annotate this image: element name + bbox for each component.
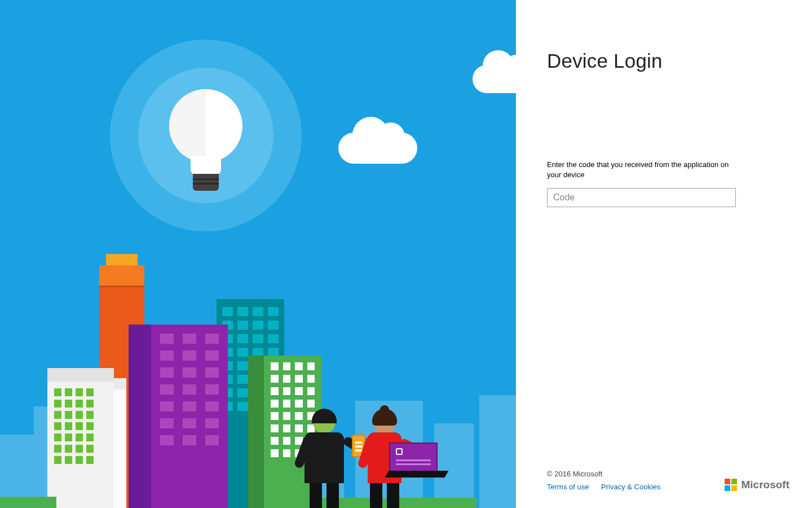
person-with-laptop-icon [356,411,413,508]
footer: © 2016 Microsoft Terms of use Privacy & … [547,470,789,491]
instruction-text: Enter the code that you received from th… [547,160,739,180]
page-title: Device Login [547,50,781,72]
copyright-text: © 2016 Microsoft [547,470,671,478]
building-icon [129,325,228,508]
cloud-icon [338,133,417,164]
building-icon [47,368,114,508]
code-input[interactable] [547,188,736,207]
login-panel: Device Login Enter the code that you rec… [516,0,812,508]
laptop-icon [389,443,438,473]
hero-illustration [0,0,516,508]
microsoft-logo-icon [725,479,737,491]
lightbulb-icon [169,89,242,196]
person-with-phone-icon [293,411,355,508]
microsoft-logo-text: Microsoft [742,479,790,491]
terms-link[interactable]: Terms of use [547,483,589,491]
page-root: Device Login Enter the code that you rec… [0,0,812,508]
cloud-icon [473,65,516,93]
microsoft-logo: Microsoft [725,479,790,491]
privacy-link[interactable]: Privacy & Cookies [601,483,660,491]
grass-strip [0,497,56,508]
